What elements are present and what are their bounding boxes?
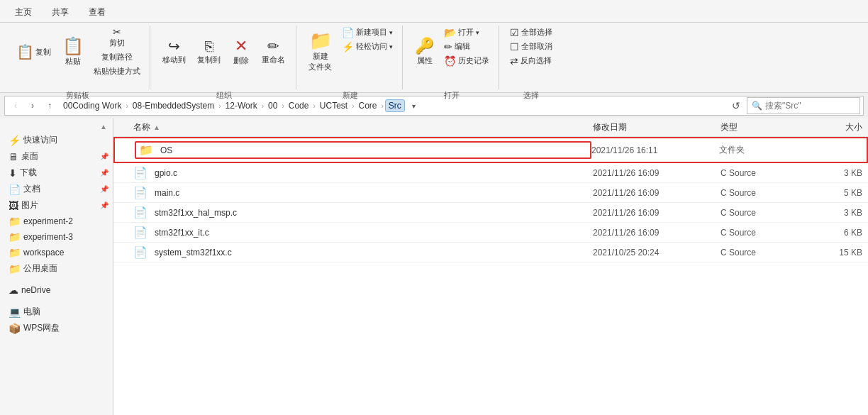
paste-shortcut-button[interactable]: 粘贴快捷方式 <box>90 65 144 78</box>
open-button[interactable]: 📂 打开 ▾ <box>440 26 493 39</box>
breadcrumb-item-1[interactable]: 08-EmbeddedSystem <box>130 99 217 112</box>
back-button[interactable]: ‹ <box>8 98 23 114</box>
select-all-button[interactable]: ☑ 全部选择 <box>506 26 556 39</box>
paste-button[interactable]: 📋 粘贴 <box>57 26 89 78</box>
sep-5: › <box>352 102 354 110</box>
move-to-button[interactable]: ↪ 移动到 <box>157 26 191 78</box>
file-name-cell: 📁OS <box>135 141 591 159</box>
col-header-size[interactable]: 大小 <box>806 121 862 133</box>
edit-button[interactable]: ✏ 编辑 <box>440 40 493 53</box>
address-nav: ‹ › ↑ <box>8 98 57 114</box>
paste-icon: 📋 <box>62 38 84 55</box>
deselect-all-button[interactable]: ☐ 全部取消 <box>506 40 556 53</box>
col-header-type[interactable]: 类型 <box>720 121 806 133</box>
file-type: C Source <box>720 168 806 178</box>
sidebar-item-downloads[interactable]: ⬇ 下载 📌 <box>0 165 113 181</box>
breadcrumb-item-0[interactable]: 00Coding Work <box>60 99 125 112</box>
file-type: C Source <box>720 208 806 218</box>
file-type: C Source <box>720 228 806 238</box>
tab-share[interactable]: 共享 <box>43 3 78 22</box>
breadcrumb-item-4[interactable]: Code <box>286 99 312 112</box>
rename-icon: ✏ <box>267 39 279 53</box>
sidebar-item-onedrive[interactable]: ☁ neDrive <box>0 282 113 298</box>
breadcrumb-item-5[interactable]: UCTest <box>317 99 350 112</box>
sidebar-item-experiment3[interactable]: 📁 experiment-3 <box>0 229 113 245</box>
table-row[interactable]: 📄system_stm32f1xx.c2021/10/25 20:24C Sou… <box>113 243 868 262</box>
up-button[interactable]: ↑ <box>42 98 57 114</box>
new-project-button[interactable]: 📄 新建项目 ▾ <box>338 26 396 39</box>
sidebar-item-computer[interactable]: 💻 电脑 <box>0 304 113 320</box>
table-row[interactable]: 📄stm32f1xx_it.c2021/11/26 16:09C Source6… <box>113 223 868 243</box>
sidebar-item-pictures[interactable]: 🖼 图片 📌 <box>0 197 113 214</box>
breadcrumb-dropdown[interactable]: ▾ <box>406 98 422 114</box>
tab-home[interactable]: 主页 <box>6 3 41 22</box>
breadcrumb-item-3[interactable]: 00 <box>265 99 280 112</box>
onedrive-icon: ☁ <box>9 284 18 296</box>
invert-icon: ⇄ <box>510 56 518 66</box>
sidebar-item-workspace[interactable]: 📁 workspace <box>0 245 113 260</box>
sidebar-item-documents[interactable]: 📄 文档 📌 <box>0 181 113 197</box>
copy-to-button[interactable]: ⎘ 复制到 <box>192 26 226 78</box>
refresh-button[interactable]: ↺ <box>728 98 744 114</box>
file-date: 2021/11/26 16:09 <box>593 188 720 198</box>
copy-button[interactable]: 📋 复制 <box>11 26 56 78</box>
breadcrumb-item-6[interactable]: Core <box>355 99 379 112</box>
sidebar-label-wps: WPS网盘 <box>23 322 60 334</box>
search-icon: 🔍 <box>752 101 762 111</box>
file-rows-container: 📁OS2021/11/26 16:11文件夹📄gpio.c2021/11/26 … <box>113 137 868 262</box>
desktop-icon: 🖥 <box>9 151 18 162</box>
tab-view[interactable]: 查看 <box>79 3 115 22</box>
file-date: 2021/10/25 20:24 <box>593 248 720 258</box>
file-date: 2021/11/26 16:11 <box>591 145 719 155</box>
computer-icon: 💻 <box>9 306 21 318</box>
open-arrow: ▾ <box>476 29 479 36</box>
sidebar-label-experiment3: experiment-3 <box>23 232 73 242</box>
pictures-icon: 🖼 <box>9 200 18 211</box>
new-folder-button[interactable]: 📁 新建 文件夹 <box>304 26 337 78</box>
sidebar-item-wps[interactable]: 📦 WPS网盘 <box>0 320 113 336</box>
sidebar-scroll-up[interactable]: ▲ <box>100 123 107 131</box>
table-row[interactable]: 📄main.c2021/11/26 16:09C Source5 KB <box>113 183 868 203</box>
rename-button[interactable]: ✏ 重命名 <box>257 26 290 78</box>
file-name-cell: 📄gpio.c <box>133 166 593 179</box>
col-header-name[interactable]: 名称 ▲ <box>133 121 593 133</box>
sidebar-item-public-desktop[interactable]: 📁 公用桌面 <box>0 260 113 277</box>
file-date: 2021/11/26 16:09 <box>593 228 720 238</box>
table-row[interactable]: 📄gpio.c2021/11/26 16:09C Source3 KB <box>113 163 868 183</box>
file-name-cell: 📄main.c <box>133 186 593 199</box>
search-input[interactable] <box>765 101 850 111</box>
quick-access-icon: ⚡ <box>9 135 21 146</box>
copy-path-button[interactable]: 复制路径 <box>90 50 144 64</box>
move-icon: ↪ <box>168 39 180 53</box>
table-row[interactable]: 📁OS2021/11/26 16:11文件夹 <box>113 137 868 163</box>
open-label: 打开 <box>444 90 460 101</box>
table-row[interactable]: 📄stm32f1xx_hal_msp.c2021/11/26 16:09C So… <box>113 203 868 223</box>
invert-button[interactable]: ⇄ 反向选择 <box>506 54 556 67</box>
organize-group: ↪ 移动到 ⎘ 复制到 ✕ 删除 ✏ 重命名 组织 <box>152 26 296 89</box>
file-size: 3 KB <box>806 208 862 218</box>
breadcrumb-active[interactable]: Src <box>385 99 405 112</box>
sep-4: › <box>313 102 315 110</box>
sidebar-item-experiment2[interactable]: 📁 experiment-2 <box>0 214 113 229</box>
easy-access-icon: ⚡ <box>342 42 354 52</box>
sidebar-item-quick-access[interactable]: ⚡ 快速访问 <box>0 132 113 148</box>
forward-button[interactable]: › <box>25 98 40 114</box>
delete-button[interactable]: ✕ 删除 <box>227 26 255 78</box>
file-name: stm32f1xx_it.c <box>155 228 593 238</box>
cut-button[interactable]: ✂ 剪切 <box>90 26 144 50</box>
history-button[interactable]: ⏰ 历史记录 <box>440 54 493 67</box>
sep-2: › <box>262 102 264 110</box>
select-label: 选择 <box>523 90 539 101</box>
file-type: C Source <box>720 248 806 258</box>
file-date: 2021/11/26 16:09 <box>593 168 720 178</box>
breadcrumb-item-2[interactable]: 12-Work <box>223 99 260 112</box>
sidebar-item-desktop[interactable]: 🖥 桌面 📌 <box>0 148 113 165</box>
easy-access-button[interactable]: ⚡ 轻松访问 ▾ <box>338 40 396 53</box>
sep-3: › <box>282 102 284 110</box>
properties-button[interactable]: 🔑 属性 <box>410 26 439 78</box>
col-header-date[interactable]: 修改日期 <box>593 121 720 133</box>
file-name: gpio.c <box>155 168 593 178</box>
properties-icon: 🔑 <box>415 38 434 54</box>
edit-icon: ✏ <box>444 42 452 52</box>
file-type: 文件夹 <box>719 144 804 156</box>
